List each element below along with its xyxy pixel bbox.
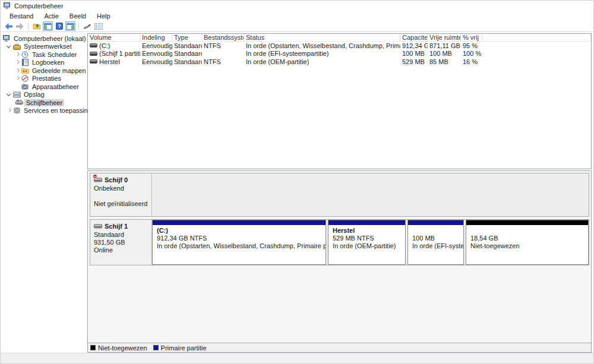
back-icon <box>5 23 12 30</box>
disk-status: Niet geïnitialiseerd <box>94 200 148 208</box>
legend-label: Niet-toegewezen <box>98 344 147 352</box>
volume-name: Herstel <box>99 58 120 65</box>
sidebar-item-opslag[interactable]: Opslag <box>1 91 87 99</box>
column-header-bestandssysteem[interactable]: Bestandssysteem <box>202 34 244 41</box>
chevron-expanded-icon[interactable] <box>5 43 12 50</box>
disk-icon <box>94 223 102 230</box>
chevron-collapsed-icon[interactable] <box>14 59 21 66</box>
disk-label-schijf-1[interactable]: Schijf 1 Standaard 931,50 GB Online <box>90 220 152 265</box>
list-view-button[interactable] <box>93 21 103 31</box>
disk-management-icon <box>15 99 23 106</box>
toolbar-separator <box>28 23 29 30</box>
sidebar-item-label: Systeemwerkset <box>22 43 74 50</box>
partition-c[interactable]: (C:) 912,34 GB NTFS In orde (Opstarten, … <box>152 220 326 265</box>
partition-status: Niet-toegewezen <box>470 242 584 250</box>
menu-beeld[interactable]: Beeld <box>64 12 91 20</box>
cell-vrije-ruimte: 100 MB <box>428 50 461 57</box>
toolbar-separator <box>78 23 79 30</box>
disk-type: Onbekend <box>94 185 148 192</box>
column-header-pct-vrij[interactable]: % vrij <box>461 34 482 41</box>
disk-row-schijf-0: Schijf 0 Onbekend Niet geïnitialiseerd <box>90 173 589 217</box>
sidebar-item-gedeelde-mappen[interactable]: Gedeelde mappen <box>1 67 87 75</box>
chevron-collapsed-icon[interactable] <box>14 75 21 82</box>
sidebar-item-schijfbeheer[interactable]: Schijfbeheer <box>1 99 87 107</box>
sidebar-item-services-en-toepassingen[interactable]: Services en toepassingen <box>1 107 87 115</box>
volume-name: (Schijf 1 partitie 3) <box>99 50 140 57</box>
table-row[interactable]: Herstel Eenvoudig Standaard NTFS In orde… <box>88 58 591 66</box>
partition-herstel[interactable]: Herstel 529 MB NTFS In orde (OEM-partiti… <box>328 220 406 265</box>
column-header-indeling[interactable]: Indeling <box>140 34 172 41</box>
sidebar-item-prestaties[interactable]: Prestaties <box>1 75 87 83</box>
toolbox-icon <box>12 43 21 50</box>
partition-name <box>412 227 459 235</box>
cell-pct-vrij: 100 % <box>461 50 482 57</box>
forward-button[interactable] <box>15 21 25 31</box>
partition-unallocated[interactable]: 18,54 GB Niet-toegewezen <box>466 220 589 265</box>
table-row[interactable]: (Schijf 1 partitie 3) Eenvoudig Standaar… <box>88 50 591 58</box>
chevron-none <box>14 83 21 90</box>
sidebar-item-label: Opslag <box>22 91 46 98</box>
cell-capaciteit: 100 MB <box>400 50 428 57</box>
cell-capaciteit: 529 MB <box>400 58 428 65</box>
legend-color-primary <box>153 345 159 350</box>
volume-name: (C:) <box>99 42 110 49</box>
sidebar-item-apparaatbeheer[interactable]: Apparaatbeheer <box>1 83 87 91</box>
chevron-expanded-icon[interactable] <box>5 91 12 98</box>
shared-folder-icon <box>21 67 29 74</box>
partition-size: 529 MB NTFS <box>333 235 401 242</box>
column-header-capaciteit[interactable]: Capaciteit <box>400 34 428 41</box>
column-header-volume[interactable]: Volume <box>88 34 140 41</box>
partition-color-bar <box>466 220 588 225</box>
partition-color-bar <box>153 220 326 225</box>
device-manager-icon <box>21 83 29 90</box>
table-row[interactable]: (C:) Eenvoudig Standaard NTFS In orde (O… <box>88 42 591 50</box>
help-icon: ? <box>56 23 63 30</box>
column-header-vrije-ruimte[interactable]: Vrije ruimte <box>428 34 461 41</box>
disk-error-icon <box>94 176 102 183</box>
svg-text:?: ? <box>58 23 61 29</box>
sidebar-item-task-scheduler[interactable]: Task Scheduler <box>1 50 87 59</box>
forward-icon <box>16 23 24 30</box>
cell-type: Standaard <box>172 50 202 57</box>
drive-icon <box>90 59 97 64</box>
help-button[interactable]: ? <box>54 21 64 31</box>
folder-up-button[interactable] <box>31 21 42 31</box>
legend: Niet-toegewezen Primaire partitie <box>88 343 591 352</box>
properties-button[interactable] <box>82 21 92 31</box>
sidebar-item-computerbeheer[interactable]: Computerbeheer (lokaal) <box>1 34 87 43</box>
chevron-collapsed-icon[interactable] <box>14 67 21 74</box>
cell-type: Standaard <box>172 58 202 65</box>
cell-indeling: Eenvoudig <box>140 58 172 65</box>
menu-help[interactable]: Help <box>91 12 116 20</box>
back-button[interactable] <box>4 21 14 31</box>
disk-track-schijf-0[interactable] <box>152 173 589 216</box>
cell-pct-vrij: 95 % <box>461 42 482 49</box>
partition-status: In orde (OEM-partitie) <box>333 242 401 250</box>
partition-efi[interactable]: 100 MB In orde (EFI-systeempartitie) <box>407 220 464 265</box>
chevron-collapsed-icon[interactable] <box>14 51 21 58</box>
sidebar-item-label: Logboeken <box>30 59 66 66</box>
menu-bestand[interactable]: Bestand <box>4 12 39 20</box>
sidebar-item-label: Apparaatbeheer <box>30 83 81 90</box>
services-icon <box>12 107 21 115</box>
volume-table-header: Volume Indeling Type Bestandssysteem Sta… <box>88 34 591 42</box>
sidebar-item-logboeken[interactable]: Logboeken <box>1 59 87 67</box>
column-header-status[interactable]: Status <box>244 34 400 41</box>
column-header-spacer <box>482 34 591 41</box>
error-badge <box>93 174 97 179</box>
show-action-pane-button[interactable] <box>65 21 75 31</box>
disk-type: Standaard <box>94 231 148 239</box>
partition-name: Herstel <box>333 227 401 235</box>
computer-management-window: Computerbeheer Bestand Actie Beeld Help <box>0 0 594 364</box>
column-header-type[interactable]: Type <box>172 34 202 41</box>
show-console-tree-button[interactable] <box>43 21 53 31</box>
disk-area: Schijf 0 Onbekend Niet geïnitialiseerd <box>88 171 591 343</box>
sidebar-item-systeemwerkset[interactable]: Systeemwerkset <box>1 43 87 51</box>
menu-actie[interactable]: Actie <box>39 12 64 20</box>
chevron-collapsed-icon[interactable] <box>5 107 12 114</box>
disk-row-schijf-1: Schijf 1 Standaard 931,50 GB Online (C:) <box>90 219 589 265</box>
disk-name: Schijf 1 <box>105 223 128 230</box>
cell-type: Standaard <box>172 42 202 49</box>
disk-label-schijf-0[interactable]: Schijf 0 Onbekend Niet geïnitialiseerd <box>90 173 152 216</box>
cell-status: In orde (Opstarten, Wisselbestand, Crash… <box>244 42 400 49</box>
